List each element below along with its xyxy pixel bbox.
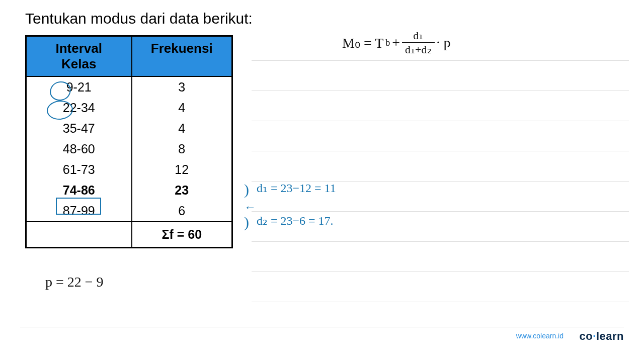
table-row: 48-608 [26, 139, 232, 159]
table-row: 87-996 [26, 201, 232, 222]
table-row: 22-344 [26, 98, 232, 118]
col-header-interval: Interval Kelas [26, 36, 132, 77]
brace-d1: ) [244, 181, 249, 198]
brand-logo: co·learn [580, 330, 624, 343]
footer-divider [20, 327, 624, 327]
page: Tentukan modus dari data berikut: Interv… [0, 0, 644, 362]
table-row: 35-474 [26, 118, 232, 139]
annotation-d2: d₂ = 23−6 = 17. [257, 214, 334, 228]
table-row: 74-8623 [26, 180, 232, 201]
data-table: Interval Kelas Frekuensi 9-213 22-344 35… [25, 35, 233, 248]
footer-url: www.colearn.id [516, 332, 564, 340]
table-footer: Σf = 60 [26, 222, 232, 248]
col-header-freq: Frekuensi [132, 36, 232, 77]
annotation-formula: M₀ = Tb + d₁ d₁+d₂ · p [342, 30, 451, 55]
table-row: 61-7312 [26, 159, 232, 180]
arrow-left-icon: ← [244, 200, 256, 214]
brace-d2: ) [244, 214, 249, 231]
annotation-p: p = 22 − 9 [45, 274, 104, 290]
page-title: Tentukan modus dari data berikut: [25, 10, 253, 27]
table-row: 9-213 [26, 76, 232, 98]
annotation-d1: d₁ = 23−12 = 11 [257, 181, 336, 195]
